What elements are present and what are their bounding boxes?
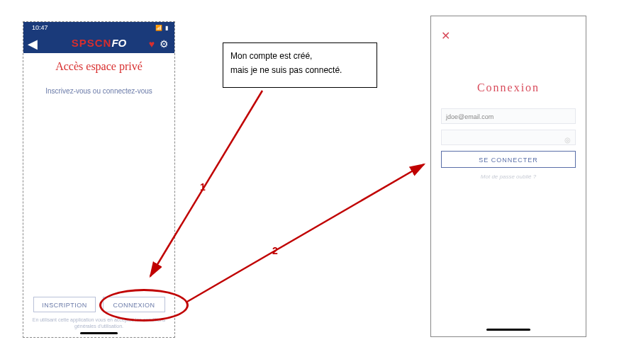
- page-title: Accès espace privé: [23, 60, 174, 73]
- nav-bar: ◀ SPSCNFO ♥ ⚙: [23, 35, 174, 53]
- phone-2: ✕ Connexion jdoe@email.com ◎ SE CONNECTE…: [430, 16, 586, 337]
- inscription-button[interactable]: INSCRIPTION: [33, 297, 96, 312]
- eye-icon[interactable]: ◎: [564, 132, 571, 148]
- home-indicator: [486, 329, 530, 331]
- callout-line2: mais je ne suis pas connecté.: [230, 63, 369, 77]
- heart-icon[interactable]: ♥: [149, 38, 155, 50]
- login-title: Connexion: [431, 81, 586, 94]
- page-subtitle: Inscrivez-vous ou connectez-vous: [23, 87, 174, 95]
- label-2: 2: [272, 245, 278, 256]
- login-button[interactable]: SE CONNECTER: [441, 151, 576, 168]
- highlight-ellipse: [99, 289, 189, 322]
- status-time: 10:47: [32, 24, 48, 31]
- diagram-stage: 10:47 📶 ▮ ◀ SPSCNFO ♥ ⚙ Accès espace pri…: [0, 0, 619, 364]
- email-field[interactable]: jdoe@email.com: [441, 108, 576, 124]
- status-icons: 📶 ▮: [155, 25, 169, 31]
- logo-red: SPSCN: [72, 37, 112, 49]
- status-bar: 10:47 📶 ▮: [23, 22, 174, 35]
- gear-icon[interactable]: ⚙: [160, 38, 169, 50]
- label-1: 1: [200, 181, 206, 193]
- callout-box: Mon compte est créé, mais je ne suis pas…: [223, 42, 377, 88]
- logo-white: FO: [111, 37, 126, 49]
- password-field[interactable]: ◎: [441, 130, 576, 145]
- close-icon[interactable]: ✕: [441, 29, 450, 42]
- forgot-password-link[interactable]: Mot de passe oublié ?: [431, 174, 586, 180]
- callout-line1: Mon compte est créé,: [230, 49, 369, 63]
- email-value: jdoe@email.com: [446, 113, 493, 120]
- home-indicator: [80, 332, 118, 334]
- arrow-2: [187, 164, 424, 302]
